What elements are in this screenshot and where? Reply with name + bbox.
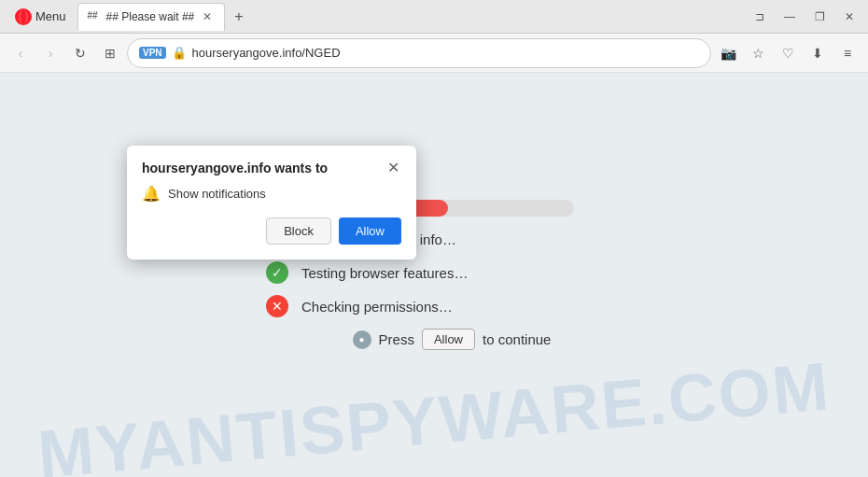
continue-text: to continue: [483, 331, 551, 347]
watermark: MYANTISPYWARE.COM: [0, 344, 868, 477]
status-icon-success-2: ✓: [266, 261, 288, 284]
press-text: Press: [379, 331, 414, 347]
tab-strip: ## ## Please wait ## ✕ +: [77, 0, 745, 33]
status-text-2: Testing browser features…: [301, 265, 468, 281]
navbar: ‹ › ↻ ⊞ VPN 🔒 hourseryangove.info/NGED 📷…: [0, 34, 868, 73]
status-text-3: Checking permissions…: [301, 299, 453, 315]
window-controls: ⊐ — ❐ ✕: [749, 6, 861, 28]
notification-popup: hourseryangove.info wants to ✕ 🔔 Show no…: [127, 146, 416, 260]
popup-title: hourseryangove.info wants to: [142, 161, 385, 175]
minimize-button[interactable]: —: [778, 6, 801, 28]
camera-button[interactable]: 📷: [715, 40, 741, 66]
forward-button[interactable]: ›: [37, 40, 63, 66]
close-button[interactable]: ✕: [838, 6, 861, 28]
inline-allow-button[interactable]: Allow: [422, 329, 475, 350]
tab-favicon: ##: [88, 10, 101, 23]
new-tab-button[interactable]: +: [227, 5, 250, 29]
heart-button[interactable]: ♡: [775, 40, 801, 66]
block-button[interactable]: Block: [266, 217, 331, 245]
address-bar[interactable]: VPN 🔒 hourseryangove.info/NGED: [127, 38, 711, 68]
tab-title: ## Please wait ##: [106, 10, 195, 23]
svg-point-2: [21, 9, 26, 23]
allow-button[interactable]: Allow: [339, 217, 401, 245]
status-item-2: ✓ Testing browser features…: [266, 261, 621, 284]
popup-header: hourseryangove.info wants to ✕: [142, 161, 401, 175]
active-tab[interactable]: ## ## Please wait ## ✕: [77, 3, 226, 31]
tab-close-button[interactable]: ✕: [200, 9, 215, 24]
page-content: MYANTISPYWARE.COM ✓ Analyzing browser in…: [0, 73, 868, 477]
download-button[interactable]: ⬇: [805, 40, 831, 66]
lock-icon: 🔒: [172, 46, 187, 60]
tabs-button[interactable]: ⊞: [97, 40, 123, 66]
browser-menu-button[interactable]: ≡: [834, 40, 861, 66]
titlebar: Menu ## ## Please wait ## ✕ + ⊐ — ❐ ✕: [0, 0, 868, 34]
back-button[interactable]: ‹: [7, 40, 34, 66]
opera-logo-icon: [15, 8, 32, 25]
status-icon-pending: ●: [353, 330, 371, 349]
menu-label: Menu: [35, 9, 66, 23]
address-text: hourseryangove.info/NGED: [192, 46, 699, 60]
status-icon-error-3: ✕: [266, 295, 288, 317]
press-allow-row: ● Press Allow to continue: [317, 329, 552, 350]
navbar-actions: 📷 ☆ ♡ ⬇ ≡: [715, 40, 861, 66]
star-button[interactable]: ☆: [745, 40, 771, 66]
popup-close-button[interactable]: ✕: [385, 161, 401, 175]
status-item-3: ✕ Checking permissions…: [266, 295, 621, 317]
opera-menu-button[interactable]: Menu: [7, 5, 74, 29]
permission-text: Show notifications: [168, 187, 266, 201]
popup-permission: 🔔 Show notifications: [142, 185, 401, 203]
cast-button[interactable]: ⊐: [749, 6, 771, 28]
popup-actions: Block Allow: [142, 217, 401, 245]
notification-icon: 🔔: [142, 185, 161, 203]
vpn-badge: VPN: [139, 47, 166, 59]
maximize-button[interactable]: ❐: [808, 6, 831, 28]
reload-button[interactable]: ↻: [67, 40, 93, 66]
